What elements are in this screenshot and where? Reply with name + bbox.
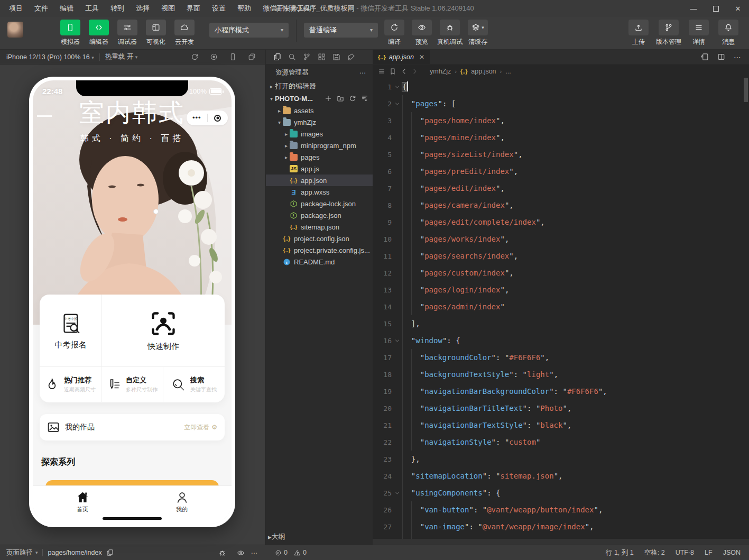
menu-item-7[interactable]: 界面 bbox=[182, 3, 205, 14]
close-icon[interactable]: ✕ bbox=[419, 53, 424, 61]
menu-item-1[interactable]: 文件 bbox=[30, 3, 53, 14]
toggle-simulator[interactable]: 模拟器 bbox=[58, 20, 82, 47]
fold-chevron-icon[interactable] bbox=[392, 338, 402, 344]
tree-item-assets[interactable]: ▸assets bbox=[266, 105, 373, 116]
page-path-label[interactable]: 页面路径 bbox=[6, 548, 33, 557]
tree-item-images[interactable]: ▸images bbox=[266, 128, 373, 140]
search-entry[interactable]: 搜索关键字查找 bbox=[163, 367, 225, 402]
split-editor-icon[interactable] bbox=[717, 53, 725, 61]
code-line-11[interactable]: 11 "pages/searchs/index", bbox=[373, 247, 749, 264]
bookmark-icon[interactable] bbox=[389, 68, 396, 75]
code-line-19[interactable]: 19 "navigationBarBackgroundColor": "#F6F… bbox=[373, 383, 749, 400]
code-line-17[interactable]: 17 "backgroundColor": "#F6F6F6", bbox=[373, 349, 749, 366]
device-selector[interactable]: iPhone 12/13 (Pro) 100% 16 ▾ bbox=[6, 53, 94, 61]
close-button[interactable]: ✕ bbox=[727, 0, 749, 17]
detach-window-icon[interactable] bbox=[248, 53, 256, 61]
tree-item-package-lock.json[interactable]: package-lock.json bbox=[266, 198, 373, 209]
capsule-close-icon[interactable] bbox=[208, 115, 228, 122]
open-preview-icon[interactable] bbox=[701, 53, 709, 61]
tree-item-sitemap.json[interactable]: {..}sitemap.json bbox=[266, 221, 373, 233]
tree-item-pages[interactable]: ▸pages bbox=[266, 151, 373, 163]
save-icon[interactable] bbox=[332, 53, 340, 61]
breadcrumb-symbol[interactable]: ... bbox=[505, 68, 511, 75]
tree-item-app.wxss[interactable]: Ǝapp.wxss bbox=[266, 186, 373, 198]
open-editors-row[interactable]: ▸打开的编辑器 bbox=[266, 80, 373, 92]
copy-path-icon[interactable] bbox=[106, 549, 114, 556]
tree-item-ymhZjz[interactable]: ▾ymhZjz bbox=[266, 116, 373, 128]
status-item-0[interactable]: 行 1, 列 1 bbox=[606, 548, 634, 557]
code-line-21[interactable]: 21 "navigationBarTextStyle": "black", bbox=[373, 417, 749, 434]
action-upload[interactable]: 上传 bbox=[626, 20, 651, 47]
nav-back-icon[interactable] bbox=[400, 68, 408, 75]
code-line-7[interactable]: 7 "pages/edit/index", bbox=[373, 180, 749, 197]
new-file-icon[interactable] bbox=[325, 95, 332, 102]
my-works-card[interactable]: 我的作品 立即查看 ⚙ bbox=[40, 414, 225, 440]
hot-reload-toggle[interactable]: 热重载 开 ▾ bbox=[105, 52, 138, 61]
toggle-cloud-dev[interactable]: 云开发 bbox=[172, 20, 197, 47]
code-line-1[interactable]: 1{ bbox=[373, 78, 749, 95]
code-line-8[interactable]: 8 "pages/camera/index", bbox=[373, 197, 749, 214]
code-line-27[interactable]: 27 "van-image": "@vant/weapp/image/index… bbox=[373, 518, 749, 535]
record-icon[interactable] bbox=[210, 53, 218, 61]
source-control-icon[interactable] bbox=[303, 53, 311, 61]
code-line-14[interactable]: 14 "pages/admin/index" bbox=[373, 298, 749, 315]
code-line-26[interactable]: 26 "van-button": "@vant/weapp/button/ind… bbox=[373, 501, 749, 518]
fold-chevron-icon[interactable] bbox=[392, 490, 402, 496]
tree-item-package.json[interactable]: package.json bbox=[266, 209, 373, 221]
problems-section[interactable]: 0 0 bbox=[265, 545, 373, 560]
view-now-link[interactable]: 立即查看 ⚙ bbox=[184, 423, 217, 432]
new-folder-icon[interactable] bbox=[337, 95, 344, 102]
nav-forward-icon[interactable] bbox=[411, 68, 419, 75]
code-editor[interactable]: ymhZjz › {..} app.json › ... 1{2 "pages"… bbox=[373, 65, 749, 545]
code-line-22[interactable]: 22 "navigationStyle": "custom" bbox=[373, 434, 749, 451]
code-line-10[interactable]: 10 "pages/works/index", bbox=[373, 231, 749, 247]
outline-list-icon[interactable] bbox=[378, 68, 385, 75]
tree-item-project.config.json[interactable]: {..}project.config.json bbox=[266, 233, 373, 244]
toggle-editor[interactable]: 编辑器 bbox=[87, 20, 111, 47]
status-item-4[interactable]: JSON bbox=[723, 549, 741, 556]
menu-item-6[interactable]: 视图 bbox=[156, 3, 180, 14]
code-line-5[interactable]: 5 "pages/sizeList/index", bbox=[373, 146, 749, 163]
action-remote-debug[interactable]: 真机调试 bbox=[437, 20, 463, 47]
code-line-23[interactable]: 23 }, bbox=[373, 451, 749, 467]
collapse-all-icon[interactable] bbox=[361, 95, 368, 102]
debug-icon[interactable] bbox=[218, 549, 226, 557]
code-line-3[interactable]: 3 "pages/home/index", bbox=[373, 112, 749, 129]
menu-item-3[interactable]: 工具 bbox=[80, 3, 104, 14]
tree-item-README.md[interactable]: iREADME.md bbox=[266, 256, 373, 268]
preview-eye-icon[interactable] bbox=[237, 549, 245, 557]
code-line-15[interactable]: 15 ], bbox=[373, 315, 749, 332]
minimize-button[interactable]: — bbox=[682, 0, 705, 17]
theme-brush-icon[interactable] bbox=[347, 53, 355, 61]
menu-item-4[interactable]: 转到 bbox=[106, 3, 129, 14]
menu-item-9[interactable]: 帮助 bbox=[233, 3, 256, 14]
breadcrumb-file[interactable]: app.json bbox=[471, 68, 496, 75]
capsule-more-icon[interactable]: ••• bbox=[187, 115, 207, 121]
tree-item-app.json[interactable]: {..}app.json bbox=[266, 175, 373, 186]
toggle-visualize[interactable]: 可视化 bbox=[144, 20, 168, 47]
tree-item-app.js[interactable]: JSapp.js bbox=[266, 163, 373, 175]
outline-row[interactable]: ▸大纲 bbox=[266, 531, 373, 543]
menu-item-8[interactable]: 设置 bbox=[207, 3, 230, 14]
extensions-icon[interactable] bbox=[318, 53, 326, 61]
compile-mode-select[interactable]: 普通编译 ▾ bbox=[304, 23, 378, 38]
code-line-24[interactable]: 24 "sitemapLocation": "sitemap.json", bbox=[373, 467, 749, 484]
code-line-4[interactable]: 4 "pages/mine/index", bbox=[373, 129, 749, 146]
exam-signup-entry[interactable]: 中考中招 中考报名 bbox=[40, 295, 102, 366]
code-line-18[interactable]: 18 "backgroundTextStyle": "light", bbox=[373, 366, 749, 383]
menu-item-5[interactable]: 选择 bbox=[131, 3, 154, 14]
action-compile[interactable]: 编译 bbox=[382, 20, 406, 47]
code-line-2[interactable]: 2 "pages": [ bbox=[373, 95, 749, 112]
hot-recommend-entry[interactable]: 热门推荐近期高频尺寸 bbox=[40, 367, 101, 402]
action-version-manage[interactable]: 版本管理 bbox=[656, 20, 681, 47]
maximize-button[interactable] bbox=[705, 0, 727, 17]
status-item-1[interactable]: 空格: 2 bbox=[644, 548, 665, 557]
code-line-16[interactable]: 16 "window": { bbox=[373, 332, 749, 349]
project-root-row[interactable]: ▾ PHOTO-M... bbox=[266, 92, 373, 105]
files-icon[interactable] bbox=[273, 53, 281, 61]
status-item-3[interactable]: LF bbox=[705, 549, 713, 556]
horizontal-scrollbar[interactable] bbox=[373, 539, 749, 545]
code-line-12[interactable]: 12 "pages/custom/index", bbox=[373, 264, 749, 281]
action-preview[interactable]: 预览 bbox=[410, 20, 434, 47]
explorer-more-icon[interactable]: ⋯ bbox=[359, 69, 367, 77]
